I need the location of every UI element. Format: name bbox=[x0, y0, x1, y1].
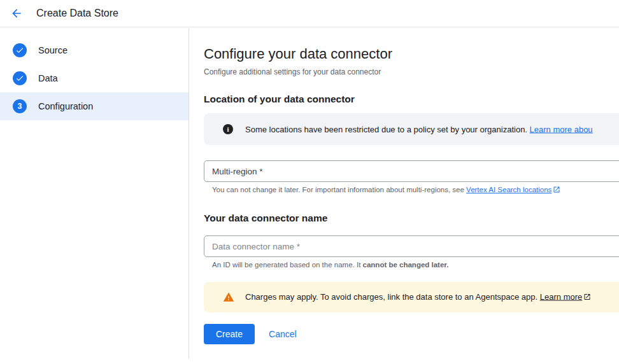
data-connector-name-field-wrap bbox=[204, 235, 619, 257]
open-in-new-icon bbox=[553, 186, 560, 195]
banner-text: Some locations have been restricted due … bbox=[245, 125, 593, 134]
open-in-new-icon bbox=[583, 293, 591, 303]
step-number-icon: 3 bbox=[13, 99, 27, 113]
page-title: Create Data Store bbox=[36, 8, 118, 19]
form-actions: Create Cancel bbox=[204, 324, 297, 344]
step-source[interactable]: Source bbox=[0, 36, 189, 64]
step-label: Source bbox=[38, 45, 68, 55]
arrow-back-icon bbox=[10, 7, 23, 20]
region-select-value: Multi-region * bbox=[212, 167, 263, 176]
info-icon: i bbox=[223, 124, 233, 134]
vertex-locations-link[interactable]: Vertex AI Search locations bbox=[466, 186, 551, 193]
banner-text: Charges may apply. To avoid charges, lin… bbox=[245, 292, 591, 303]
name-section-heading: Your data connector name bbox=[204, 213, 327, 224]
region-helper-text: You can not change it later. For importa… bbox=[212, 186, 560, 195]
content-subtitle: Configure additional settings for your d… bbox=[204, 67, 381, 76]
check-icon bbox=[13, 43, 27, 57]
name-helper-text: An ID will be generated based on the nam… bbox=[212, 261, 448, 269]
restricted-locations-banner: i Some locations have been restricted du… bbox=[204, 113, 619, 145]
data-connector-name-input[interactable] bbox=[212, 236, 619, 256]
step-label: Configuration bbox=[38, 101, 93, 111]
step-data[interactable]: Data bbox=[0, 64, 189, 92]
charges-warning-banner: Charges may apply. To avoid charges, lin… bbox=[204, 282, 619, 312]
step-number: 3 bbox=[18, 102, 22, 111]
back-button[interactable] bbox=[6, 3, 27, 24]
create-data-store-page: Create Data Store Source Data 3 Configur… bbox=[0, 0, 619, 364]
learn-more-charges-link[interactable]: Learn more bbox=[540, 292, 582, 302]
cancel-button[interactable]: Cancel bbox=[269, 329, 297, 339]
region-select[interactable]: Multi-region * bbox=[204, 160, 619, 182]
wizard-steps-sidebar: Source Data 3 Configuration bbox=[0, 28, 189, 359]
learn-more-restrictions-link[interactable]: Learn more abou bbox=[530, 125, 593, 134]
check-icon bbox=[13, 71, 27, 85]
warning-icon bbox=[223, 291, 234, 303]
create-button[interactable]: Create bbox=[204, 324, 255, 344]
content-title: Configure your data connector bbox=[204, 45, 392, 63]
step-configuration[interactable]: 3 Configuration bbox=[0, 92, 189, 120]
step-label: Data bbox=[38, 73, 58, 83]
location-section-heading: Location of your data connector bbox=[204, 94, 355, 105]
page-header: Create Data Store bbox=[0, 0, 619, 27]
